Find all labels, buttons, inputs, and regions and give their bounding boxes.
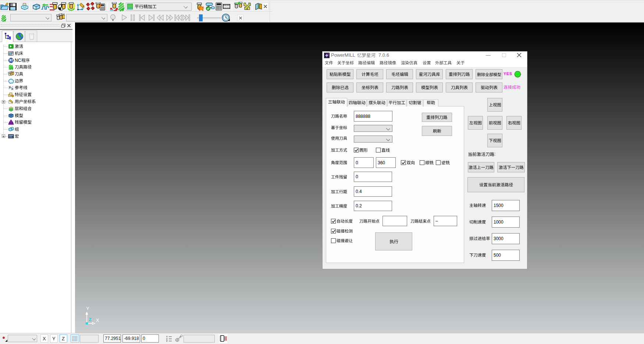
svg-text:z: z: [166, 340, 168, 342]
svg-text:Z: Z: [89, 317, 92, 322]
svg-text:Y: Y: [86, 306, 89, 311]
svg-text:X: X: [96, 317, 99, 323]
